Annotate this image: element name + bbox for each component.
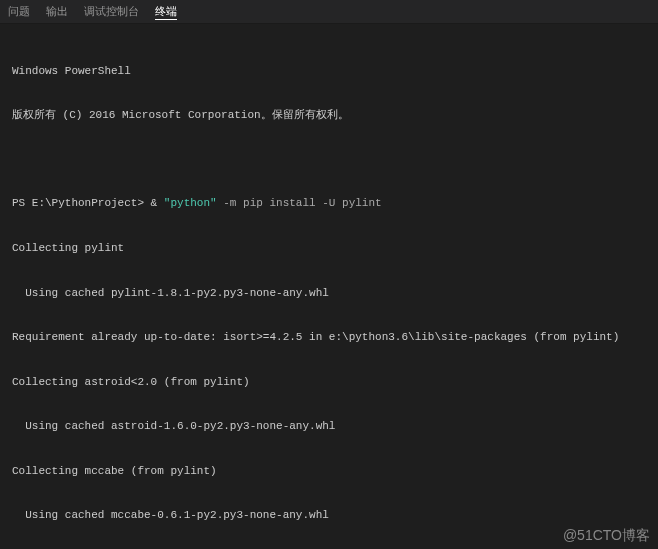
terminal-line (12, 153, 646, 167)
terminal-output[interactable]: Windows PowerShell 版权所有 (C) 2016 Microso… (0, 24, 658, 549)
terminal-line: Collecting pylint (12, 241, 646, 256)
tab-problems[interactable]: 问题 (8, 0, 30, 23)
tab-output[interactable]: 输出 (46, 0, 68, 23)
tab-terminal[interactable]: 终端 (155, 0, 177, 23)
terminal-line: Using cached mccabe-0.6.1-py2.py3-none-a… (12, 508, 646, 523)
terminal-line: Windows PowerShell (12, 64, 646, 79)
watermark: @51CTO博客 (563, 527, 650, 545)
tab-debug-console[interactable]: 调试控制台 (84, 0, 139, 23)
terminal-line: Collecting mccabe (from pylint) (12, 464, 646, 479)
terminal-line: Using cached pylint-1.8.1-py2.py3-none-a… (12, 286, 646, 301)
terminal-line: Requirement already up-to-date: isort>=4… (12, 330, 646, 345)
terminal-line: 版权所有 (C) 2016 Microsoft Corporation。保留所有… (12, 108, 646, 123)
tab-bar: 问题 输出 调试控制台 终端 (0, 0, 658, 24)
terminal-line: Using cached astroid-1.6.0-py2.py3-none-… (12, 419, 646, 434)
terminal-command-line: PS E:\PythonProject> & "python" -m pip i… (12, 196, 646, 211)
terminal-line: Collecting astroid<2.0 (from pylint) (12, 375, 646, 390)
